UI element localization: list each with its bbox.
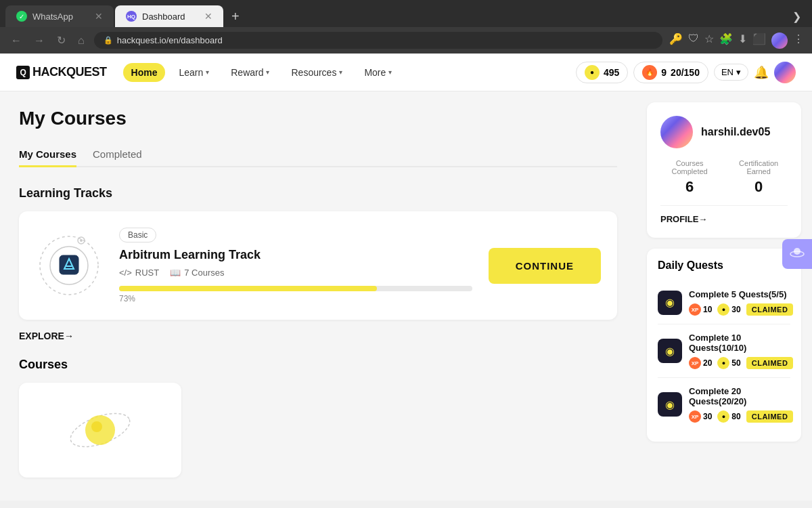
- continue-button[interactable]: CONTINUE: [489, 248, 601, 284]
- coins-value: 495: [604, 67, 619, 78]
- key-icon[interactable]: 🔑: [669, 33, 683, 49]
- quest-info-2: Complete 20 Quests(20/20) XP 30 ● 80 CLA…: [689, 386, 793, 423]
- reload-button[interactable]: ↻: [54, 31, 68, 49]
- coin-value-1: 50: [731, 358, 740, 368]
- track-card-arbitrum: Basic Arbitrum Learning Track </> RUST 📖…: [19, 211, 617, 320]
- book-icon: 📖: [170, 268, 181, 278]
- forward-button[interactable]: →: [31, 32, 47, 49]
- profile-stats: Courses Completed 6 Certification Earned…: [660, 159, 788, 196]
- stat-cert-earned-value: 0: [732, 178, 785, 196]
- track-courses-count-label: 7 Courses: [184, 268, 224, 278]
- tab-completed-label: Completed: [93, 148, 142, 160]
- nav-home-label: Home: [131, 67, 158, 78]
- coins-icon: ●: [585, 65, 600, 80]
- nav-reward[interactable]: Reward ▾: [223, 63, 277, 82]
- back-button[interactable]: ←: [8, 32, 24, 49]
- coin-small-icon-2: ●: [717, 410, 729, 423]
- coin-badge-0: ● 30: [717, 303, 740, 316]
- nav-home[interactable]: Home: [123, 63, 166, 82]
- track-info: Basic Arbitrum Learning Track </> RUST 📖…: [119, 228, 472, 303]
- stat-courses-completed: Courses Completed 6: [663, 159, 716, 196]
- tab-dashboard-close[interactable]: ✕: [204, 11, 212, 22]
- language-selector[interactable]: EN ▾: [714, 64, 748, 81]
- quest-rewards-1: XP 20 ● 50 CLAIMED: [689, 357, 793, 369]
- nav-reward-label: Reward: [231, 67, 263, 78]
- lock-icon: 🔒: [104, 36, 113, 45]
- course-card-0[interactable]: [19, 383, 181, 478]
- page-title: My Courses: [19, 108, 617, 129]
- menu-icon[interactable]: ⋮: [793, 33, 804, 49]
- shield-icon[interactable]: 🛡: [688, 33, 699, 49]
- coin-badge-2: ● 80: [717, 410, 740, 423]
- claimed-badge-1: CLAIMED: [746, 357, 794, 369]
- daily-quests-title: Daily Quests: [658, 259, 790, 272]
- track-meta: </> RUST 📖 7 Courses: [119, 268, 472, 278]
- download-icon[interactable]: ⬇: [738, 33, 747, 49]
- courses-section-title: Courses: [19, 358, 617, 372]
- xp-value-2: 30: [703, 412, 712, 421]
- notifications-bell-icon[interactable]: 🔔: [754, 65, 769, 80]
- learning-tracks-title: Learning Tracks: [19, 186, 617, 200]
- track-progress-bar: [119, 286, 472, 291]
- quest-rewards-0: XP 10 ● 30 CLAIMED: [689, 303, 793, 316]
- nav-learn[interactable]: Learn ▾: [171, 63, 217, 82]
- lang-chevron-icon: ▾: [736, 67, 741, 77]
- profile-link[interactable]: PROFILE→: [660, 205, 788, 224]
- code-icon: </>: [119, 268, 132, 278]
- nav-more-label: More: [364, 67, 386, 78]
- logo[interactable]: Q HACKQUEST: [16, 65, 107, 79]
- browser-profile-avatar[interactable]: [771, 33, 788, 49]
- more-chevron-icon: ▾: [388, 68, 392, 76]
- tab-whatsapp[interactable]: ✓ WhatsApp ✕: [5, 5, 114, 27]
- profile-header: harshil.dev05: [660, 116, 788, 148]
- course-tabs: My Courses Completed: [19, 143, 617, 167]
- nav-more[interactable]: More ▾: [356, 63, 400, 82]
- coin-small-icon-1: ●: [717, 357, 729, 369]
- claimed-badge-2: CLAIMED: [746, 410, 794, 423]
- new-tab-button[interactable]: +: [225, 6, 246, 27]
- user-avatar[interactable]: [774, 62, 796, 83]
- progress-value: 20/150: [671, 67, 700, 78]
- arbitrum-logo-svg: [37, 234, 102, 298]
- main-content: My Courses My Courses Completed Learning…: [0, 91, 636, 501]
- xp-value-0: 10: [703, 305, 712, 314]
- track-name: Arbitrum Learning Track: [119, 248, 472, 262]
- quest-rewards-2: XP 30 ● 80 CLAIMED: [689, 410, 793, 423]
- tab-completed[interactable]: Completed: [93, 143, 142, 167]
- extensions-icon[interactable]: 🧩: [719, 33, 733, 49]
- coin-small-icon-0: ●: [717, 303, 729, 316]
- star-icon[interactable]: ☆: [704, 33, 714, 49]
- track-icon-arbitrum: [35, 232, 103, 299]
- coin-value-2: 80: [731, 412, 740, 421]
- quest-info-0: Complete 5 Quests(5/5) XP 10 ● 30 CLAIME…: [689, 289, 793, 316]
- tab-dashboard[interactable]: HQ Dashboard ✕: [115, 5, 223, 27]
- quest-icon-2: ◉: [658, 392, 682, 417]
- floating-icon: [789, 246, 805, 262]
- quest-item-2: ◉ Complete 20 Quests(20/20) XP 30 ● 80: [658, 378, 790, 431]
- profile-avatar: [660, 116, 693, 148]
- quest-info-1: Complete 10 Quests(10/10) XP 20 ● 50 CLA…: [689, 333, 793, 369]
- reward-chevron-icon: ▾: [266, 68, 269, 76]
- quest-icon-1: ◉: [658, 339, 682, 363]
- track-lang: </> RUST: [119, 268, 159, 278]
- url-bar[interactable]: 🔒 hackquest.io/en/dashboard: [94, 32, 662, 49]
- floating-help-button[interactable]: [782, 239, 812, 269]
- quest-name-0: Complete 5 Quests(5/5): [689, 289, 793, 299]
- resources-chevron-icon: ▾: [339, 68, 342, 76]
- tab-whatsapp-close[interactable]: ✕: [95, 11, 103, 22]
- dashboard-favicon: HQ: [126, 11, 137, 22]
- learn-chevron-icon: ▾: [206, 68, 209, 76]
- tab-my-courses[interactable]: My Courses: [19, 143, 76, 167]
- nav-resources[interactable]: Resources ▾: [283, 63, 351, 82]
- home-button[interactable]: ⌂: [75, 32, 87, 49]
- coin-badge-1: ● 50: [717, 357, 740, 369]
- split-screen-icon[interactable]: ⬛: [752, 33, 766, 49]
- profile-username: harshil.dev05: [701, 126, 770, 138]
- streak-value: 9: [661, 67, 667, 78]
- explore-link[interactable]: EXPLORE→: [19, 331, 617, 341]
- browser-chrome: ✓ WhatsApp ✕ HQ Dashboard ✕ + ❯ ← → ↻ ⌂ …: [0, 0, 812, 54]
- tab-list-button[interactable]: ❯: [787, 7, 807, 26]
- tab-whatsapp-label: WhatsApp: [32, 12, 73, 22]
- url-text: hackquest.io/en/dashboard: [117, 35, 223, 45]
- stat-courses-completed-label: Courses Completed: [663, 159, 716, 175]
